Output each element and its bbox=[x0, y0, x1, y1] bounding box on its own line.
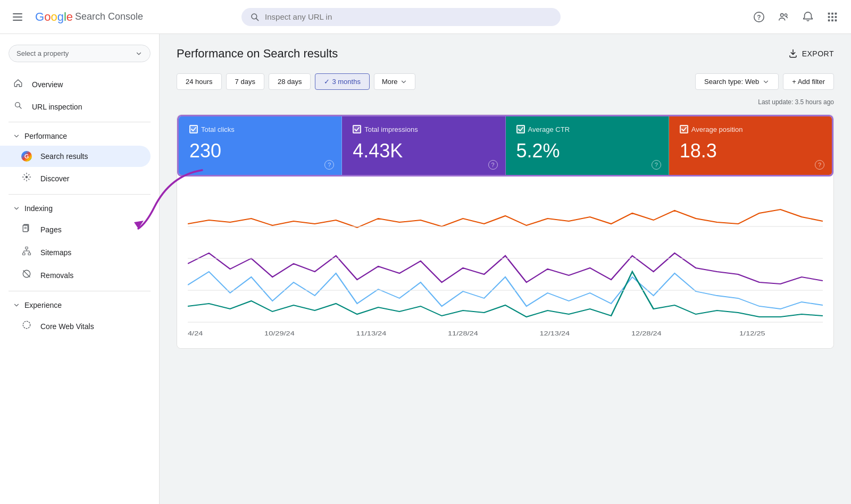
export-label: EXPORT bbox=[802, 49, 834, 58]
domain-selector[interactable]: Select a property bbox=[9, 45, 151, 62]
metrics-container: Total clicks 230 ? Total impressions bbox=[177, 115, 833, 177]
search-bar bbox=[241, 8, 561, 26]
header-icons: ? bbox=[749, 7, 842, 27]
search-icon bbox=[250, 12, 260, 22]
svg-rect-2 bbox=[13, 20, 22, 21]
check-icon bbox=[191, 127, 196, 131]
svg-point-7 bbox=[781, 13, 784, 16]
sidebar-item-pages[interactable]: Pages bbox=[0, 218, 151, 241]
top-header: Google Search Console ? bbox=[0, 0, 851, 34]
average-ctr-label: Average CTR bbox=[528, 125, 570, 133]
svg-rect-10 bbox=[831, 12, 833, 14]
app-body: Select a property Overview URL inspectio… bbox=[0, 34, 851, 504]
export-icon bbox=[788, 49, 798, 58]
metric-checkbox-ctr[interactable] bbox=[516, 125, 525, 133]
url-inspection-label: URL inspection bbox=[32, 103, 82, 111]
sidebar-item-sitemaps[interactable]: Sitemaps bbox=[0, 241, 151, 264]
chevron-down-icon bbox=[13, 205, 20, 212]
menu-button[interactable] bbox=[9, 9, 27, 25]
experience-section-label: Experience bbox=[24, 301, 62, 309]
sidebar-item-discover[interactable]: Discover bbox=[0, 167, 151, 190]
search-type-button[interactable]: Search type: Web bbox=[695, 73, 779, 90]
sidebar-item-search-results[interactable]: G Search results bbox=[0, 146, 151, 167]
divider-1 bbox=[9, 122, 151, 122]
google-wordmark: Google bbox=[35, 10, 73, 24]
help-clicks-icon[interactable]: ? bbox=[324, 160, 334, 170]
total-clicks-value: 230 bbox=[189, 140, 331, 162]
logo: Google Search Console bbox=[35, 10, 143, 24]
metric-checkbox-position[interactable] bbox=[680, 125, 688, 133]
search-bar-wrapper bbox=[241, 8, 561, 26]
add-filter-button[interactable]: + Add filter bbox=[783, 73, 834, 90]
account-button[interactable] bbox=[773, 7, 794, 27]
filter-right: Search type: Web + Add filter bbox=[695, 73, 834, 90]
help-button[interactable]: ? bbox=[749, 7, 769, 27]
removals-icon bbox=[21, 269, 32, 281]
sidebar-section-experience[interactable]: Experience bbox=[0, 296, 159, 315]
total-clicks-label: Total clicks bbox=[201, 125, 235, 133]
home-icon bbox=[13, 78, 23, 90]
check-icon bbox=[354, 127, 360, 131]
pages-label: Pages bbox=[40, 225, 62, 234]
svg-rect-17 bbox=[835, 19, 837, 21]
sidebar-section-performance[interactable]: Performance bbox=[0, 127, 159, 146]
domain-text: Select a property bbox=[16, 49, 69, 57]
filter-3m[interactable]: ✓3 months bbox=[315, 73, 369, 90]
notifications-button[interactable] bbox=[798, 7, 818, 27]
discover-label: Discover bbox=[40, 174, 69, 183]
average-position-label: Average position bbox=[691, 125, 743, 133]
average-ctr-value: 5.2% bbox=[516, 140, 658, 162]
metric-average-ctr: Average CTR 5.2% ? bbox=[506, 116, 669, 175]
svg-rect-11 bbox=[835, 12, 837, 14]
sidebar-item-url-inspection[interactable]: URL inspection bbox=[0, 96, 151, 117]
core-web-vitals-label: Core Web Vitals bbox=[40, 322, 94, 331]
svg-text:11/13/24: 11/13/24 bbox=[356, 330, 387, 337]
filter-28d[interactable]: 28 days bbox=[269, 73, 311, 90]
metric-average-position: Average position 18.3 ? bbox=[669, 116, 832, 175]
filter-7d[interactable]: 7 days bbox=[226, 73, 264, 90]
filter-bar: 24 hours 7 days 28 days ✓3 months More S… bbox=[177, 73, 834, 90]
svg-line-19 bbox=[19, 106, 21, 108]
svg-text:10/14/24: 10/14/24 bbox=[188, 330, 203, 337]
sidebar-item-overview[interactable]: Overview bbox=[0, 73, 151, 96]
indexing-section-label: Indexing bbox=[24, 204, 53, 213]
search-small-icon bbox=[13, 101, 23, 112]
help-ctr-icon[interactable]: ? bbox=[652, 160, 661, 170]
sidebar-item-removals[interactable]: Removals bbox=[0, 264, 151, 287]
total-impressions-value: 4.43K bbox=[353, 140, 494, 162]
chevron-down-icon bbox=[762, 78, 770, 86]
svg-rect-9 bbox=[828, 12, 830, 14]
url-inspect-input[interactable] bbox=[265, 12, 552, 21]
metric-checkbox-impressions[interactable] bbox=[353, 125, 361, 133]
svg-rect-26 bbox=[23, 253, 26, 255]
metric-checkbox-clicks[interactable] bbox=[189, 125, 198, 133]
chevron-down-icon bbox=[13, 132, 20, 140]
removals-label: Removals bbox=[40, 271, 73, 280]
filter-24h[interactable]: 24 hours bbox=[177, 73, 222, 90]
discover-icon bbox=[21, 172, 32, 184]
chevron-down-icon bbox=[400, 78, 407, 86]
last-update: Last update: 3.5 hours ago bbox=[177, 98, 834, 106]
svg-rect-27 bbox=[28, 253, 31, 255]
main-content: Performance on Search results EXPORT 24 … bbox=[160, 34, 851, 504]
help-impressions-icon[interactable]: ? bbox=[488, 160, 498, 170]
chevron-down-icon bbox=[135, 50, 143, 57]
svg-rect-14 bbox=[835, 16, 837, 18]
google-g-icon: G bbox=[21, 151, 32, 162]
divider-3 bbox=[9, 291, 151, 291]
apps-button[interactable] bbox=[822, 7, 842, 27]
export-button[interactable]: EXPORT bbox=[788, 49, 834, 58]
svg-text:1/12/25: 1/12/25 bbox=[739, 330, 765, 337]
sidebar-section-indexing[interactable]: Indexing bbox=[0, 199, 159, 218]
page-header: Performance on Search results EXPORT bbox=[177, 47, 834, 61]
svg-rect-1 bbox=[13, 16, 22, 18]
average-position-value: 18.3 bbox=[680, 140, 821, 162]
divider-2 bbox=[9, 194, 151, 195]
help-position-icon[interactable]: ? bbox=[815, 160, 824, 170]
sidebar-item-core-web-vitals[interactable]: Core Web Vitals bbox=[0, 315, 151, 338]
filter-more[interactable]: More bbox=[374, 73, 415, 90]
page-title: Performance on Search results bbox=[177, 47, 338, 61]
svg-text:12/13/24: 12/13/24 bbox=[539, 330, 570, 337]
svg-text:10/29/24: 10/29/24 bbox=[264, 330, 295, 337]
check-icon bbox=[681, 127, 687, 131]
